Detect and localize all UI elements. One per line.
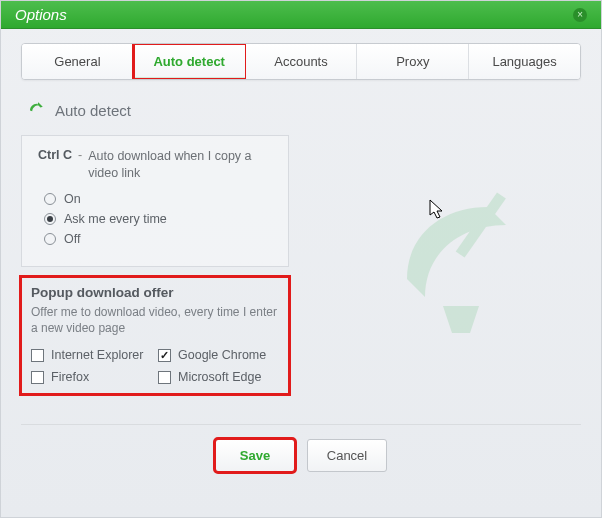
close-icon[interactable]: × [573,8,587,22]
checkbox-firefox-label: Firefox [51,370,89,384]
checkbox-edge-label: Microsoft Edge [178,370,261,384]
tab-accounts[interactable]: Accounts [246,44,358,79]
checkbox-icon [31,371,44,384]
popup-group: Popup download offer Offer me to downloa… [21,277,289,394]
tab-bar: General Auto detect Accounts Proxy Langu… [21,43,581,80]
popup-desc: Offer me to download video, every time I… [31,304,279,336]
radio-off[interactable]: Off [44,232,272,246]
section-header: Auto detect [27,100,581,121]
radio-icon [44,213,56,225]
window-title: Options [15,6,67,23]
tab-auto-detect[interactable]: Auto detect [134,44,246,79]
ctrlc-desc: Auto download when I copy a video link [88,148,272,182]
checkbox-chrome[interactable]: Google Chrome [158,348,279,362]
ctrlc-dash: - [78,148,82,182]
radio-off-label: Off [64,232,80,246]
browser-checkboxes: Internet Explorer Google Chrome Firefox … [31,348,279,384]
radio-ask[interactable]: Ask me every time [44,212,272,226]
tab-general[interactable]: General [22,44,134,79]
tab-proxy[interactable]: Proxy [357,44,469,79]
save-button[interactable]: Save [215,439,295,472]
checkbox-ie-label: Internet Explorer [51,348,143,362]
button-row: Save Cancel [21,425,581,486]
radio-icon [44,193,56,205]
radio-on-label: On [64,192,81,206]
titlebar: Options × [1,1,601,29]
radio-ask-label: Ask me every time [64,212,167,226]
checkbox-chrome-label: Google Chrome [178,348,266,362]
ctrlc-group: Ctrl C - Auto download when I copy a vid… [21,135,289,267]
tab-languages[interactable]: Languages [469,44,580,79]
dish-icon [27,100,45,121]
checkbox-icon [158,371,171,384]
checkbox-icon [31,349,44,362]
content-area: General Auto detect Accounts Proxy Langu… [1,29,601,486]
checkbox-ie[interactable]: Internet Explorer [31,348,152,362]
cancel-button[interactable]: Cancel [307,439,387,472]
ctrlc-key: Ctrl C [38,148,72,182]
radio-on[interactable]: On [44,192,272,206]
radio-icon [44,233,56,245]
ctrlc-row: Ctrl C - Auto download when I copy a vid… [38,148,272,182]
section-title: Auto detect [55,102,131,119]
popup-title: Popup download offer [31,285,279,300]
options-window: Options × General Auto detect Accounts P… [0,0,602,518]
checkbox-firefox[interactable]: Firefox [31,370,152,384]
checkbox-icon [158,349,171,362]
checkbox-edge[interactable]: Microsoft Edge [158,370,279,384]
